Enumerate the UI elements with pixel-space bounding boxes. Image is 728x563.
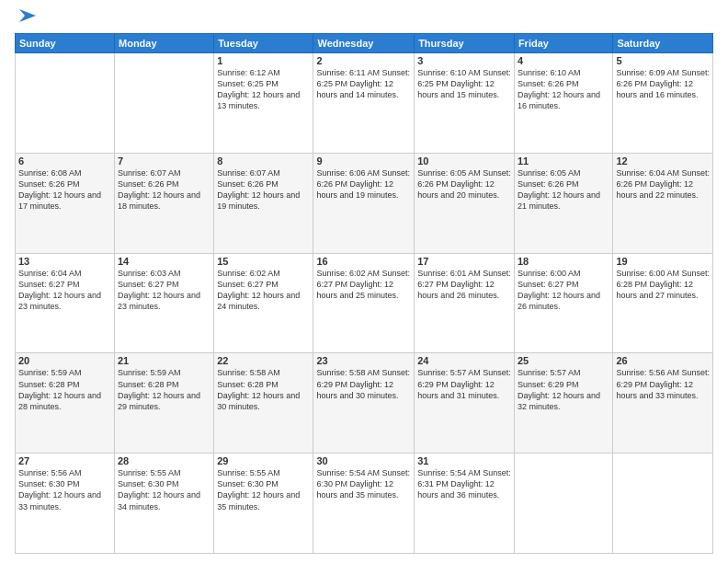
calendar-cell: 19Sunrise: 6:00 AM Sunset: 6:28 PM Dayli… (613, 253, 713, 353)
day-info: Sunrise: 5:57 AM Sunset: 6:29 PM Dayligh… (417, 367, 511, 400)
col-header-sunday: Sunday (16, 34, 115, 53)
day-number: 8 (217, 155, 310, 167)
day-info: Sunrise: 6:09 AM Sunset: 6:26 PM Dayligh… (616, 67, 710, 100)
day-info: Sunrise: 6:07 AM Sunset: 6:26 PM Dayligh… (118, 167, 210, 213)
calendar-cell: 9Sunrise: 6:06 AM Sunset: 6:26 PM Daylig… (313, 153, 415, 253)
day-info: Sunrise: 6:02 AM Sunset: 6:27 PM Dayligh… (316, 268, 411, 301)
day-info: Sunrise: 6:12 AM Sunset: 6:25 PM Dayligh… (217, 67, 310, 112)
col-header-monday: Monday (115, 34, 214, 53)
day-number: 12 (616, 155, 710, 167)
calendar-cell: 18Sunrise: 6:00 AM Sunset: 6:27 PM Dayli… (514, 253, 612, 353)
calendar-cell: 31Sunrise: 5:54 AM Sunset: 6:31 PM Dayli… (415, 454, 515, 554)
calendar-cell: 12Sunrise: 6:04 AM Sunset: 6:26 PM Dayli… (613, 153, 713, 253)
calendar-cell: 20Sunrise: 5:59 AM Sunset: 6:28 PM Dayli… (16, 353, 115, 454)
calendar-table: SundayMondayTuesdayWednesdayThursdayFrid… (15, 33, 713, 554)
calendar-cell (16, 53, 115, 154)
day-info: Sunrise: 6:08 AM Sunset: 6:26 PM Dayligh… (18, 167, 111, 213)
calendar-cell: 23Sunrise: 5:58 AM Sunset: 6:29 PM Dayli… (313, 353, 415, 454)
calendar-cell (613, 454, 713, 554)
day-info: Sunrise: 6:04 AM Sunset: 6:26 PM Dayligh… (616, 167, 710, 201)
day-number: 1 (217, 55, 310, 66)
day-info: Sunrise: 6:05 AM Sunset: 6:26 PM Dayligh… (518, 167, 609, 213)
day-number: 24 (417, 355, 511, 366)
calendar-cell: 11Sunrise: 6:05 AM Sunset: 6:26 PM Dayli… (514, 153, 612, 253)
day-info: Sunrise: 6:05 AM Sunset: 6:26 PM Dayligh… (417, 167, 511, 201)
col-header-saturday: Saturday (613, 34, 713, 53)
day-number: 3 (417, 55, 511, 66)
calendar-cell: 8Sunrise: 6:07 AM Sunset: 6:26 PM Daylig… (214, 153, 313, 253)
calendar-cell: 26Sunrise: 5:56 AM Sunset: 6:29 PM Dayli… (613, 353, 713, 454)
day-number: 19 (616, 256, 710, 267)
day-number: 11 (518, 155, 609, 167)
day-number: 13 (18, 256, 111, 267)
col-header-friday: Friday (514, 34, 612, 53)
calendar-cell: 30Sunrise: 5:54 AM Sunset: 6:30 PM Dayli… (313, 454, 415, 554)
day-number: 15 (217, 256, 310, 267)
day-info: Sunrise: 6:06 AM Sunset: 6:26 PM Dayligh… (316, 167, 411, 201)
day-info: Sunrise: 6:11 AM Sunset: 6:25 PM Dayligh… (316, 67, 411, 100)
day-number: 28 (118, 455, 210, 466)
day-info: Sunrise: 5:59 AM Sunset: 6:28 PM Dayligh… (18, 367, 111, 412)
calendar-cell: 13Sunrise: 6:04 AM Sunset: 6:27 PM Dayli… (16, 253, 115, 353)
calendar-cell (514, 454, 612, 554)
day-number: 10 (417, 155, 511, 167)
calendar-cell (115, 53, 214, 154)
day-info: Sunrise: 6:00 AM Sunset: 6:27 PM Dayligh… (518, 268, 609, 313)
week-row-0: 1Sunrise: 6:12 AM Sunset: 6:25 PM Daylig… (16, 53, 713, 154)
day-info: Sunrise: 5:57 AM Sunset: 6:29 PM Dayligh… (518, 367, 609, 412)
week-row-2: 13Sunrise: 6:04 AM Sunset: 6:27 PM Dayli… (16, 253, 713, 353)
col-header-wednesday: Wednesday (313, 34, 415, 53)
svg-marker-0 (19, 9, 36, 22)
day-info: Sunrise: 5:55 AM Sunset: 6:30 PM Dayligh… (217, 467, 310, 512)
week-row-4: 27Sunrise: 5:56 AM Sunset: 6:30 PM Dayli… (16, 454, 713, 554)
day-number: 4 (518, 55, 609, 66)
day-info: Sunrise: 5:59 AM Sunset: 6:28 PM Dayligh… (118, 367, 210, 412)
calendar-cell: 17Sunrise: 6:01 AM Sunset: 6:27 PM Dayli… (415, 253, 515, 353)
day-number: 27 (18, 455, 111, 466)
calendar-cell: 15Sunrise: 6:02 AM Sunset: 6:27 PM Dayli… (214, 253, 313, 353)
day-info: Sunrise: 6:04 AM Sunset: 6:27 PM Dayligh… (18, 268, 111, 313)
calendar-cell: 21Sunrise: 5:59 AM Sunset: 6:28 PM Dayli… (115, 353, 214, 454)
calendar-cell: 3Sunrise: 6:10 AM Sunset: 6:25 PM Daylig… (415, 53, 515, 154)
day-info: Sunrise: 5:55 AM Sunset: 6:30 PM Dayligh… (118, 467, 210, 512)
day-number: 7 (118, 155, 210, 167)
calendar-cell: 22Sunrise: 5:58 AM Sunset: 6:28 PM Dayli… (214, 353, 313, 454)
calendar-cell: 6Sunrise: 6:08 AM Sunset: 6:26 PM Daylig… (16, 153, 115, 253)
day-number: 17 (417, 256, 511, 267)
day-number: 25 (518, 355, 609, 366)
day-number: 9 (316, 155, 411, 167)
day-number: 20 (18, 355, 111, 366)
day-number: 29 (217, 455, 310, 466)
calendar-cell: 29Sunrise: 5:55 AM Sunset: 6:30 PM Dayli… (214, 454, 313, 554)
col-header-thursday: Thursday (415, 34, 515, 53)
day-info: Sunrise: 5:56 AM Sunset: 6:30 PM Dayligh… (18, 467, 111, 512)
calendar-cell: 4Sunrise: 6:10 AM Sunset: 6:26 PM Daylig… (514, 53, 612, 154)
day-info: Sunrise: 6:10 AM Sunset: 6:25 PM Dayligh… (417, 67, 511, 100)
header (15, 9, 713, 29)
calendar-cell: 27Sunrise: 5:56 AM Sunset: 6:30 PM Dayli… (16, 454, 115, 554)
day-info: Sunrise: 5:56 AM Sunset: 6:29 PM Dayligh… (616, 367, 710, 400)
day-number: 18 (518, 256, 609, 267)
day-header-row: SundayMondayTuesdayWednesdayThursdayFrid… (16, 34, 713, 53)
calendar-cell: 5Sunrise: 6:09 AM Sunset: 6:26 PM Daylig… (613, 53, 713, 154)
logo-arrow-icon (17, 6, 38, 29)
calendar-cell: 24Sunrise: 5:57 AM Sunset: 6:29 PM Dayli… (415, 353, 515, 454)
logo (15, 9, 38, 29)
calendar-cell: 7Sunrise: 6:07 AM Sunset: 6:26 PM Daylig… (115, 153, 214, 253)
day-number: 6 (18, 155, 111, 167)
day-info: Sunrise: 6:07 AM Sunset: 6:26 PM Dayligh… (217, 167, 310, 213)
day-info: Sunrise: 5:54 AM Sunset: 6:31 PM Dayligh… (417, 467, 511, 500)
day-number: 2 (316, 55, 411, 66)
page: SundayMondayTuesdayWednesdayThursdayFrid… (0, 0, 728, 563)
day-info: Sunrise: 6:01 AM Sunset: 6:27 PM Dayligh… (417, 268, 511, 301)
calendar-cell: 16Sunrise: 6:02 AM Sunset: 6:27 PM Dayli… (313, 253, 415, 353)
calendar-cell: 10Sunrise: 6:05 AM Sunset: 6:26 PM Dayli… (415, 153, 515, 253)
day-number: 5 (616, 55, 710, 66)
day-info: Sunrise: 5:58 AM Sunset: 6:28 PM Dayligh… (217, 367, 310, 412)
calendar-cell: 14Sunrise: 6:03 AM Sunset: 6:27 PM Dayli… (115, 253, 214, 353)
day-number: 26 (616, 355, 710, 366)
calendar-cell: 25Sunrise: 5:57 AM Sunset: 6:29 PM Dayli… (514, 353, 612, 454)
week-row-1: 6Sunrise: 6:08 AM Sunset: 6:26 PM Daylig… (16, 153, 713, 253)
day-info: Sunrise: 5:54 AM Sunset: 6:30 PM Dayligh… (316, 467, 411, 500)
week-row-3: 20Sunrise: 5:59 AM Sunset: 6:28 PM Dayli… (16, 353, 713, 454)
